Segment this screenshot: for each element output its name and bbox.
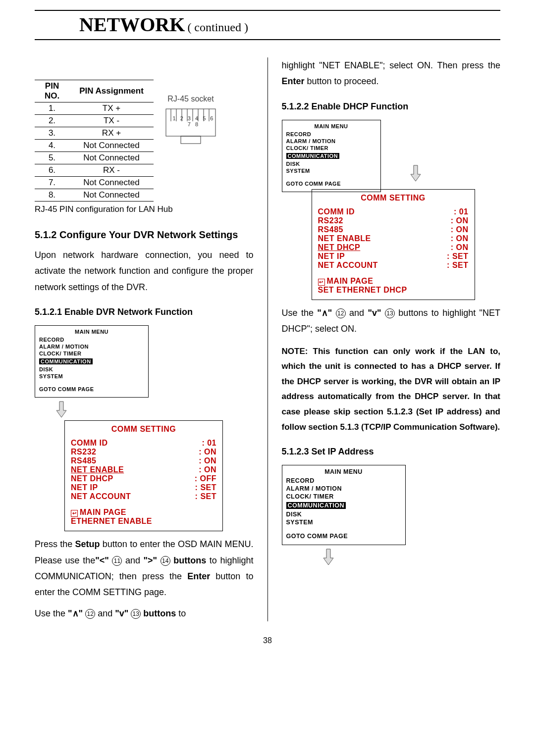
pin-col-no: PIN NO. (35, 80, 69, 102)
pin-row: 8.Not Connected (35, 189, 154, 202)
arrow-down-icon (54, 401, 254, 418)
main-menu-box-ip: MAIN MENU RECORD ALARM / MOTION CLOCK/ T… (282, 465, 406, 545)
para-5121-b: Use the "∧" 12 and "v" 13 buttons to (35, 605, 254, 621)
rj45-socket: RJ-45 socket 1 2 3 4 5 6 7 8 (163, 95, 218, 146)
osd-group-ip: MAIN MENU RECORD ALARM / MOTION CLOCK/ T… (282, 465, 411, 566)
page-body: PIN NO. PIN Assignment 1.TX + 2.TX - 3.R… (0, 40, 535, 626)
comm-main-page: MAIN PAGE (71, 508, 216, 517)
left-column: PIN NO. PIN Assignment 1.TX + 2.TX - 3.R… (35, 55, 254, 621)
mm-alarm: ALARM / MOTION (39, 344, 144, 350)
comm-title: COMM SETTING (71, 425, 216, 434)
arrow-down-icon (321, 548, 411, 566)
right-column: highlight "NET ENABLE"; select ON. Then … (282, 55, 501, 621)
pin-row: 5.Not Connected (35, 152, 154, 164)
section-5-1-2-3: 5.1.2.3 Set IP Address (282, 447, 501, 457)
pin-col-assign: PIN Assignment (69, 80, 154, 102)
pin-table: PIN NO. PIN Assignment 1.TX + 2.TX - 3.R… (35, 80, 154, 202)
mm-disk: DISK (39, 366, 144, 372)
pin-row: 3.RX + (35, 127, 154, 140)
mm-record: RECORD (39, 337, 144, 343)
main-menu-box-dhcp: MAIN MENU RECORD ALARM / MOTION CLOCK/ T… (282, 120, 381, 192)
button-13-icon: 13 (385, 308, 395, 318)
button-12-icon: 12 (85, 609, 95, 619)
section-5-1-2-1: 5.1.2.1 Enable DVR Network Function (35, 307, 254, 317)
pin-table-header: PIN NO. PIN Assignment (35, 80, 154, 102)
arrow-down-icon (409, 164, 423, 182)
button-13-icon: 13 (131, 609, 141, 619)
column-divider (268, 57, 268, 621)
section-5-1-2: 5.1.2 Configure Your DVR Network Setting… (35, 227, 254, 242)
mm-clock: CLOCK/ TIMER (39, 351, 144, 356)
main-menu-title: MAIN MENU (39, 329, 144, 335)
pin-table-caption: RJ-45 PIN configuration for LAN Hub (35, 204, 254, 214)
para-5122: Use the "∧" 12 and "v" 13 buttons to hig… (282, 305, 501, 337)
button-12-icon: 12 (336, 308, 346, 318)
osd-group-dhcp: MAIN MENU RECORD ALARM / MOTION CLOCK/ T… (282, 120, 501, 300)
para-5121-a: Press the Setup button to enter the OSD … (35, 536, 254, 601)
pin-row: 4.Not Connected (35, 140, 154, 152)
page-title: NETWORK (79, 13, 185, 36)
section-5-1-2-2: 5.1.2.2 Enable DHCP Function (282, 101, 501, 112)
mm-system: SYSTEM (39, 373, 144, 379)
main-menu-box: MAIN MENU RECORD ALARM / MOTION CLOCK/ T… (35, 325, 149, 398)
comm-footer-line: ETHERNET ENABLE (71, 517, 216, 526)
comm-setting-box: COMM SETTING COMM ID: 01 RS232: ON RS485… (64, 420, 223, 531)
svg-rect-9 (181, 136, 201, 144)
pin-row: 2.TX - (35, 115, 154, 127)
pin-row: 7.Not Connected (35, 177, 154, 189)
pin-row: 6.RX - (35, 164, 154, 177)
mm-goto: GOTO COMM PAGE (39, 386, 144, 392)
section-5-1-2-para: Upon network hardware connection, you ne… (35, 247, 254, 295)
rj45-digits: 1 2 3 4 5 6 7 8 (169, 115, 218, 127)
page-header: NETWORK ( continued ) (35, 10, 500, 40)
page-number: 38 (0, 636, 535, 645)
comm-setting-box-dhcp: COMM SETTING COMM ID: 01 RS232: ON RS485… (312, 189, 475, 300)
rj45-label: RJ-45 socket (167, 95, 214, 103)
osd-group-net-enable: MAIN MENU RECORD ALARM / MOTION CLOCK/ T… (35, 325, 254, 531)
button-14-icon: 14 (160, 556, 170, 566)
mm-communication: COMMUNICATION (39, 358, 93, 364)
button-11-icon: 11 (112, 556, 122, 566)
pin-row: 1.TX + (35, 102, 154, 115)
dhcp-note: NOTE: This function can only work if the… (282, 344, 501, 435)
right-intro: highlight "NET ENABLE"; select ON. Then … (282, 57, 501, 90)
page-title-continued: ( continued ) (187, 21, 248, 34)
